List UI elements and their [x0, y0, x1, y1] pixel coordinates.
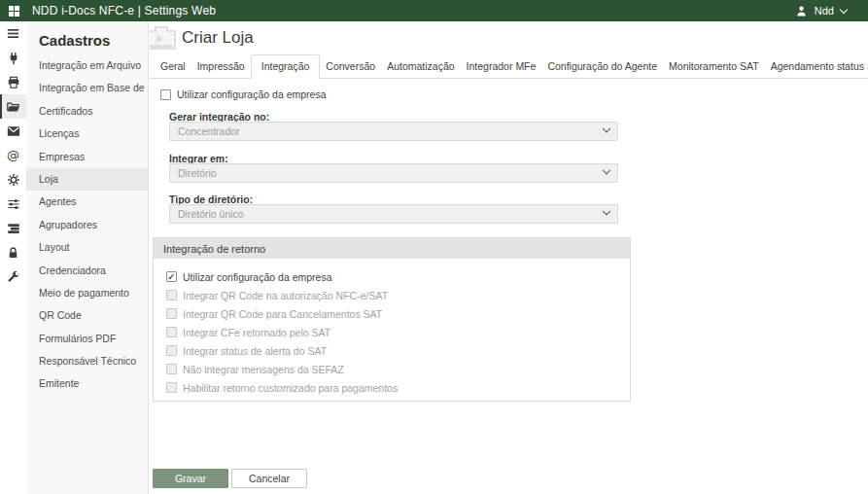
sidebar-item-licen-as[interactable]: Licenças	[26, 123, 148, 145]
sidebar-item-certificados[interactable]: Certificados	[26, 100, 148, 123]
app-title: NDD i-Docs NFC-e | Settings Web	[32, 4, 216, 18]
checkbox-label: Não integrar mensagens da SEFAZ	[183, 364, 344, 375]
checkbox-utilizar-configura-o-da-empresa[interactable]: ✓	[166, 271, 177, 282]
chevron-down-icon	[840, 5, 848, 13]
checkbox-integrar-cfe-retornado-pelo-sat	[166, 327, 177, 337]
company-config-row: Utilizar configuração da empresa	[160, 88, 327, 100]
app-grid-icon[interactable]	[9, 6, 19, 17]
checkbox-label: Integrar QR Code na autorização NFC-e/SA…	[183, 290, 388, 301]
checkbox-integrar-status-de-alerta-do-sat	[166, 345, 177, 356]
plug-icon[interactable]	[0, 46, 26, 70]
user-menu[interactable]: Ndd	[795, 5, 847, 18]
select-gerar-integra-o-no[interactable]: Concentrador	[169, 122, 618, 141]
chevron-down-icon	[603, 124, 610, 132]
sidebar-items: Integração em ArquivoIntegração em Base …	[26, 54, 148, 396]
sliders-icon[interactable]	[0, 192, 26, 216]
user-icon	[795, 5, 808, 18]
select-integrar-em[interactable]: Diretório	[169, 163, 618, 183]
sidebar-item-integra-o-em-base-de-dados[interactable]: Integração em Base de Dados	[26, 77, 148, 99]
return-panel-title: Integração de retorno	[154, 238, 630, 259]
printer-icon[interactable]	[0, 70, 26, 94]
return-option-row: Integrar QR Code para Cancelamentos SAT	[166, 304, 630, 323]
cancel-button[interactable]: Cancelar	[231, 469, 307, 488]
return-option-row: Integrar status de alerta do SAT	[166, 341, 630, 360]
sidebar-item-integra-o-em-arquivo[interactable]: Integração em Arquivo	[26, 54, 148, 77]
action-buttons: Gravar Cancelar	[153, 469, 307, 488]
sidebar-item-agentes[interactable]: Agentes	[26, 191, 148, 213]
sidebar-item-qr-code[interactable]: QR Code	[26, 304, 148, 327]
tab-integrador-mfe[interactable]: Integrador MFe	[461, 55, 542, 78]
menu-icon[interactable]	[0, 21, 26, 46]
folder-open-icon[interactable]	[0, 94, 26, 119]
at-sign-icon[interactable]: @	[0, 143, 26, 167]
sidebar-item-layout[interactable]: Layout	[26, 236, 148, 259]
sidebar-item-agrupadores[interactable]: Agrupadores	[26, 214, 148, 236]
return-integration-panel: Integração de retorno ✓Utilizar configur…	[153, 237, 631, 402]
svg-text:@: @	[7, 148, 19, 162]
tab-impress-o[interactable]: Impressão	[191, 55, 251, 78]
tab-agendamento-status-sat[interactable]: Agendamento status SAT	[765, 55, 868, 78]
user-name: Ndd	[815, 5, 834, 17]
main-content: Criar Loja GeralImpressãoIntegraçãoConve…	[150, 21, 868, 494]
select-value: Diretório único	[178, 208, 244, 220]
chevron-down-icon	[603, 207, 610, 215]
app-window: NDD i-Docs NFC-e | Settings Web Ndd @ Ca…	[0, 0, 868, 494]
lock-icon[interactable]	[0, 240, 26, 265]
sidebar-item-emitente[interactable]: Emitente	[26, 372, 148, 395]
tab-convers-o[interactable]: Conversão	[320, 55, 381, 78]
mail-icon[interactable]	[0, 119, 26, 143]
select-value: Concentrador	[178, 125, 240, 137]
top-bar: NDD i-Docs NFC-e | Settings Web Ndd	[0, 0, 868, 21]
checkbox-label: Integrar status de alerta do SAT	[183, 345, 327, 357]
sidebar-item-formul-rios-pdf[interactable]: Formulários PDF	[26, 328, 148, 350]
checkbox-n-o-integrar-mensagens-da-sefaz	[166, 364, 177, 374]
stack-icon[interactable]	[0, 216, 26, 240]
company-config-label: Utilizar configuração da empresa	[177, 88, 327, 100]
return-option-row: ✓Utilizar configuração da empresa	[166, 267, 630, 286]
checkbox-label: Utilizar configuração da empresa	[183, 271, 332, 283]
sidebar-item-respons-vel-t-cnico[interactable]: Responsável Técnico	[26, 350, 148, 372]
checkbox-integrar-qr-code-na-autoriza-o-nfc-e-sat	[166, 290, 177, 300]
tab-geral[interactable]: Geral	[155, 55, 191, 78]
select-tipo-de-diret-rio[interactable]: Diretório único	[169, 204, 618, 224]
return-option-row: Habilitar retorno customizado para pagam…	[166, 378, 630, 397]
tab-automatiza-o[interactable]: Automatização	[381, 55, 460, 78]
sidebar-item-loja[interactable]: Loja	[26, 168, 148, 191]
store-icon	[150, 23, 179, 54]
sidebar-title: Cadastros	[26, 21, 148, 54]
checkbox-integrar-qr-code-para-cancelamentos-sat	[166, 308, 177, 319]
page-title: Criar Loja	[182, 28, 254, 48]
return-option-row: Integrar CFe retornado pelo SAT	[166, 323, 630, 341]
return-option-row: Integrar QR Code na autorização NFC-e/SA…	[166, 286, 630, 304]
tab-integra-o[interactable]: Integração	[251, 54, 321, 79]
save-button[interactable]: Gravar	[153, 469, 228, 488]
tab-strip: GeralImpressãoIntegraçãoConversãoAutomat…	[150, 56, 868, 79]
gear-icon[interactable]	[0, 167, 26, 192]
wrench-icon[interactable]	[0, 265, 26, 289]
checkbox-label: Integrar QR Code para Cancelamentos SAT	[183, 308, 382, 320]
sidebar-item-credenciadora[interactable]: Credenciadora	[26, 260, 148, 282]
icon-rail: @	[0, 21, 26, 494]
tab-configura-o-do-agente[interactable]: Configuração do Agente	[541, 55, 663, 78]
sidebar-item-empresas[interactable]: Empresas	[26, 146, 148, 168]
checkbox-habilitar-retorno-customizado-para-pagam	[166, 382, 177, 393]
select-value: Diretório	[178, 167, 217, 179]
sidebar-item-meio-de-pagamento[interactable]: Meio de pagamento	[26, 282, 148, 304]
checkbox-label: Habilitar retorno customizado para pagam…	[183, 382, 398, 394]
return-panel-body: ✓Utilizar configuração da empresaIntegra…	[154, 259, 630, 397]
return-option-row: Não integrar mensagens da SEFAZ	[166, 360, 630, 378]
company-config-checkbox[interactable]	[160, 89, 171, 100]
tab-monitoramento-sat[interactable]: Monitoramento SAT	[663, 55, 765, 78]
sidebar: Cadastros Integração em ArquivoIntegraçã…	[26, 21, 149, 494]
chevron-down-icon	[603, 166, 610, 174]
checkbox-label: Integrar CFe retornado pelo SAT	[183, 327, 330, 338]
